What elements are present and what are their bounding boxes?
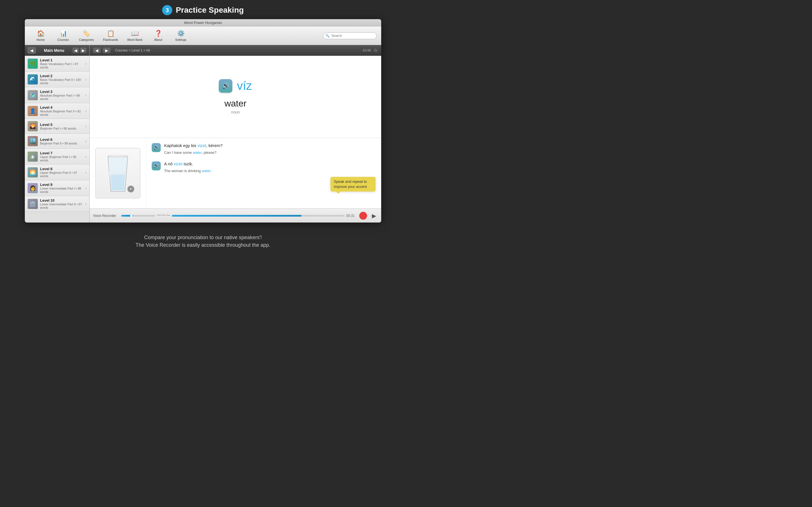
toolbar-wordbank[interactable]: 📖 Word Bank: [123, 29, 147, 43]
glass-svg: [104, 154, 132, 193]
level-info-7: Level 7 Upper Beginner Part I • 90 words: [40, 151, 85, 162]
hungarian-sentence-1: Kaphatok egy kis vizet, kérem?: [164, 143, 375, 149]
sentences-area: + 🔊 Kaphatok egy kis vizet, kérem? Can I…: [90, 138, 381, 209]
english-sentence-2: The woman is drinking water.: [164, 168, 375, 173]
content-area: ◀ Main Menu ◀ ▶ 🌿 Level 1 Basic Vocabula…: [25, 45, 381, 223]
sidebar-nav: ◀ ▶: [72, 48, 87, 53]
level-name-6: Level 6: [40, 137, 85, 142]
record-button[interactable]: [359, 212, 367, 220]
level-name-5: Level 5: [40, 122, 85, 127]
audio-wave-icon: 〜〜〜: [157, 213, 170, 219]
sidebar-item-level-9[interactable]: 👩 Level 9 Lower Intermediate Part I • 98…: [25, 180, 89, 196]
word-row: 🔊 víz: [219, 79, 252, 93]
sidebar-item-level-1[interactable]: 🌿 Level 1 Basic Vocabulary Part I • 87 w…: [25, 56, 89, 71]
level-name-9: Level 9: [40, 182, 85, 187]
level-name-1: Level 1: [40, 58, 85, 62]
app-title: Word Power Hungarian: [184, 20, 222, 25]
sentence-sound-2[interactable]: 🔊: [152, 161, 161, 170]
sub-nav-next-button[interactable]: ▶: [103, 48, 110, 53]
sidebar-item-level-5[interactable]: 🌄 Level 5 Beginner Part I • 96 words ›: [25, 119, 89, 134]
play-button[interactable]: ▶: [370, 212, 378, 220]
sidebar-item-level-4[interactable]: 👤 Level 4 Absolute Beginner Part II • 82…: [25, 103, 89, 119]
sidebar-item-level-8[interactable]: 🌅 Level 8 Upper Beginner Part II • 97 wo…: [25, 165, 89, 180]
image-panel: +: [90, 138, 146, 209]
categories-icon: 🏷️: [83, 30, 90, 37]
main-panel: ◀ ▶ Courses > Level 1 > All 42/46 ☆ 🔊 ví…: [90, 45, 381, 223]
wordbank-label: Word Bank: [127, 38, 142, 41]
flashcards-icon: 📋: [107, 30, 114, 37]
tooltip: Speak and repeat to improve your accent: [331, 177, 375, 191]
toolbar-home[interactable]: 🏠 Home: [29, 29, 52, 43]
level-desc-7: Upper Beginner Part I • 90 words: [40, 155, 85, 162]
toolbar-categories[interactable]: 🏷️ Categories: [74, 29, 98, 43]
sidebar-item-level-7[interactable]: 🏔️ Level 7 Upper Beginner Part I • 90 wo…: [25, 149, 89, 165]
level-desc-6: Beginner Part II • 99 words: [40, 142, 85, 145]
sidebar-item-level-6[interactable]: 🏙️ Level 6 Beginner Part II • 99 words ›: [25, 134, 89, 149]
sidebar-next-button[interactable]: ▶: [80, 48, 87, 53]
sidebar-back-button[interactable]: ◀: [28, 47, 36, 54]
sidebar-prev-button[interactable]: ◀: [72, 48, 79, 53]
english-word: water: [224, 98, 246, 109]
toolbar-courses[interactable]: 📊 Courses: [52, 29, 74, 43]
english-highlight-2[interactable]: water: [202, 169, 211, 173]
sidebar-item-level-10[interactable]: 🏛️ Level 10 Lower Intermediate Part II •…: [25, 196, 89, 212]
search-input[interactable]: [323, 33, 377, 39]
star-button[interactable]: ☆: [373, 47, 378, 54]
level-arrow-9: ›: [85, 186, 87, 190]
sentence-sound-1[interactable]: 🔊: [152, 143, 161, 152]
sentence-row-2: 🔊 A nő vizet iszik. The woman is drinkin…: [152, 161, 375, 173]
level-name-4: Level 4: [40, 105, 85, 110]
zoom-button[interactable]: +: [128, 186, 134, 192]
about-label: About: [154, 38, 162, 41]
level-name-7: Level 7: [40, 151, 85, 155]
wordbank-icon: 📖: [131, 30, 139, 37]
playback-fill: [172, 215, 301, 217]
home-icon: 🏠: [37, 30, 45, 37]
sub-nav: ◀ ▶ Courses > Level 1 > All 42/46 ☆: [90, 45, 381, 56]
top-title: Practice Speaking: [175, 6, 244, 15]
level-info-2: Level 2 Basic Vocabulary Part II • 100 w…: [40, 74, 85, 85]
playback-track[interactable]: [172, 215, 345, 217]
level-info-3: Level 3 Absolute Beginner Part I • 89 wo…: [40, 90, 85, 101]
level-thumb-7: 🏔️: [28, 152, 38, 162]
courses-label: Courses: [57, 38, 69, 41]
top-header: 3 Practice Speaking: [0, 0, 406, 18]
sentences-panel: 🔊 Kaphatok egy kis vizet, kérem? Can I h…: [146, 138, 381, 209]
level-thumb-5: 🌄: [28, 121, 38, 131]
sidebar-item-level-2[interactable]: 🌊 Level 2 Basic Vocabulary Part II • 100…: [25, 71, 89, 87]
svg-point-4: [108, 155, 128, 158]
categories-label: Categories: [79, 38, 94, 41]
hungarian-sentence-2: A nő vizet iszik.: [164, 161, 375, 167]
toolbar-about[interactable]: ❓ About: [147, 29, 169, 43]
level-name-8: Level 8: [40, 167, 85, 171]
level-arrow-3: ›: [85, 93, 87, 98]
english-highlight-1[interactable]: water: [193, 151, 202, 155]
level-desc-10: Lower Intermediate Part II • 97 words: [40, 203, 85, 209]
progress-track[interactable]: [121, 215, 155, 217]
sub-nav-prev-button[interactable]: ◀: [93, 48, 101, 53]
sidebar-item-level-3[interactable]: 🗺️ Level 3 Absolute Beginner Part I • 89…: [25, 87, 89, 103]
toolbar-settings[interactable]: ⚙️ Settings: [169, 29, 192, 43]
bottom-line2: The Voice Recorder is easily accessible …: [0, 241, 406, 249]
breadcrumb: Courses > Level 1 > All: [115, 48, 360, 52]
level-thumb-4: 👤: [28, 106, 38, 116]
flashcards-label: Flashcards: [103, 38, 118, 41]
sentence-row-1: 🔊 Kaphatok egy kis vizet, kérem? Can I h…: [152, 143, 375, 155]
level-name-3: Level 3: [40, 90, 85, 94]
sentence-text-2: A nő vizet iszik. The woman is drinking …: [164, 161, 375, 173]
time-display: 00:31: [346, 214, 356, 218]
level-arrow-2: ›: [85, 77, 87, 82]
level-arrow-10: ›: [85, 202, 87, 206]
svg-marker-1: [111, 175, 125, 190]
sentence-highlight-2: vizet: [174, 161, 183, 166]
toolbar-flashcards[interactable]: 📋 Flashcards: [98, 29, 123, 43]
level-info-9: Level 9 Lower Intermediate Part I • 98 w…: [40, 182, 85, 193]
level-thumb-6: 🏙️: [28, 136, 38, 146]
sidebar-header: ◀ Main Menu ◀ ▶: [25, 45, 89, 56]
word-sound-button[interactable]: 🔊: [219, 79, 232, 93]
level-info-10: Level 10 Lower Intermediate Part II • 97…: [40, 198, 85, 209]
home-label: Home: [36, 38, 45, 41]
waveform-area: 〜〜〜 00:31: [121, 213, 356, 219]
sentence-text-1: Kaphatok egy kis vizet, kérem? Can I hav…: [164, 143, 375, 155]
settings-icon: ⚙️: [177, 30, 185, 37]
